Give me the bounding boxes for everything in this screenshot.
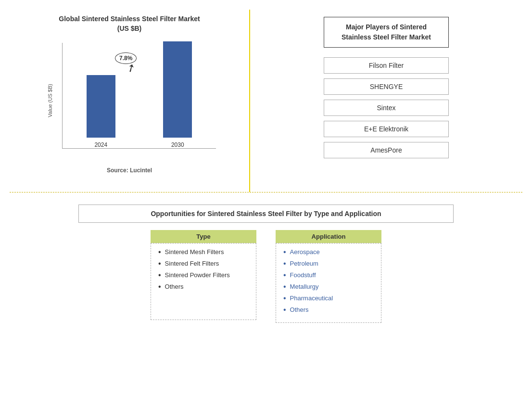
app-bullet-6: • [283, 306, 286, 314]
application-column: Application • Aerospace • Petroleum • Fo… [276, 230, 381, 323]
type-header: Type [151, 230, 256, 243]
app-item-label-3: Foodstuff [290, 271, 316, 279]
opp-columns: Type • Sintered Mesh Filters • Sintered … [19, 230, 513, 323]
app-item-label-2: Petroleum [290, 260, 318, 267]
app-bullet-1: • [283, 248, 286, 256]
chart-area: Value (US $B) 7.8% ➚ 2024 2030 [38, 38, 221, 163]
chart-title: Global Sintered Stainless Steel Filter M… [19, 14, 240, 33]
bar-2024 [87, 75, 115, 138]
player-sintex: Sintex [324, 100, 449, 116]
player-amespore: AmesPore [324, 142, 449, 158]
app-item-6: • Others [283, 306, 374, 314]
type-column: Type • Sintered Mesh Filters • Sintered … [151, 230, 256, 323]
app-bullet-3: • [283, 271, 286, 279]
players-panel: Major Players of Sintered Stainless Stee… [250, 10, 522, 192]
opportunities-title-box: Opportunities for Sintered Stainless Ste… [78, 205, 454, 223]
type-item-1: • Sintered Mesh Filters [158, 248, 249, 256]
app-item-3: • Foodstuff [283, 271, 374, 279]
application-header: Application [276, 230, 381, 243]
player-ee: E+E Elektronik [324, 121, 449, 137]
bullet-2: • [158, 260, 161, 268]
main-container: Global Sintered Stainless Steel Filter M… [0, 0, 532, 410]
type-item-4: • Others [158, 283, 249, 291]
player-shengye: SHENGYE [324, 78, 449, 95]
application-body: • Aerospace • Petroleum • Foodstuff • Me… [276, 243, 381, 323]
app-item-5: • Pharmaceutical [283, 295, 374, 302]
app-item-label-6: Others [290, 306, 309, 313]
type-item-label-1: Sintered Mesh Filters [165, 248, 224, 256]
app-item-1: • Aerospace [283, 248, 374, 256]
bullet-4: • [158, 283, 161, 291]
top-section: Global Sintered Stainless Steel Filter M… [10, 10, 522, 192]
app-item-label-1: Aerospace [290, 248, 320, 256]
players-title-box: Major Players of Sintered Stainless Stee… [324, 17, 449, 48]
type-item-label-3: Sintered Powder Filters [165, 271, 230, 279]
type-item-2: • Sintered Felt Filters [158, 260, 249, 268]
bullet-1: • [158, 248, 161, 256]
bottom-section: Opportunities for Sintered Stainless Ste… [10, 197, 522, 330]
chart-title-line1: Global Sintered Stainless Steel Filter M… [59, 15, 200, 23]
type-body: • Sintered Mesh Filters • Sintered Felt … [151, 243, 256, 320]
chart-panel: Global Sintered Stainless Steel Filter M… [10, 10, 250, 192]
type-item-label-4: Others [165, 283, 184, 290]
bar-label-2030: 2030 [171, 141, 184, 148]
bar-group-2030: 2030 [163, 41, 192, 148]
app-item-4: • Metallurgy [283, 283, 374, 291]
bar-group-2024: 2024 [87, 75, 115, 148]
app-bullet-2: • [283, 260, 286, 268]
chart-title-line2: (US $B) [117, 25, 142, 32]
player-filson: Filson Filter [324, 57, 449, 74]
app-item-2: • Petroleum [283, 260, 374, 268]
type-item-3: • Sintered Powder Filters [158, 271, 249, 279]
bar-2030 [163, 41, 192, 138]
bars-container: 2024 2030 [62, 43, 216, 149]
type-item-label-2: Sintered Felt Filters [165, 260, 219, 267]
app-item-label-5: Pharmaceutical [290, 295, 333, 302]
app-item-label-4: Metallurgy [290, 283, 319, 290]
bar-label-2024: 2024 [94, 141, 107, 148]
source-text: Source: Lucintel [19, 167, 240, 174]
app-bullet-4: • [283, 283, 286, 291]
bullet-3: • [158, 271, 161, 279]
y-axis-label: Value (US $B) [47, 84, 53, 117]
app-bullet-5: • [283, 295, 286, 302]
